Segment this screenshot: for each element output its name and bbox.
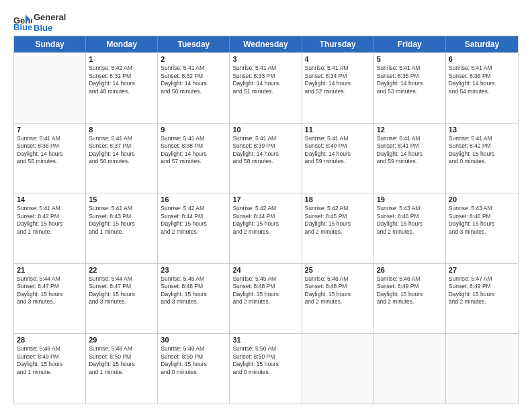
day-info: Sunrise: 5:41 AM Sunset: 8:38 PM Dayligh… bbox=[161, 135, 226, 166]
day-info: Sunrise: 5:41 AM Sunset: 8:36 PM Dayligh… bbox=[449, 64, 515, 95]
calendar-cell-1-1: 8Sunrise: 5:41 AM Sunset: 8:37 PM Daylig… bbox=[86, 124, 158, 193]
calendar-cell-3-2: 23Sunrise: 5:45 AM Sunset: 8:48 PM Dayli… bbox=[158, 264, 230, 334]
calendar-row-1: 7Sunrise: 5:41 AM Sunset: 8:36 PM Daylig… bbox=[14, 123, 518, 193]
calendar-cell-0-5: 5Sunrise: 5:41 AM Sunset: 8:35 PM Daylig… bbox=[374, 53, 446, 123]
day-number: 17 bbox=[232, 195, 298, 203]
day-number: 2 bbox=[161, 55, 226, 63]
calendar-cell-1-0: 7Sunrise: 5:41 AM Sunset: 8:36 PM Daylig… bbox=[14, 124, 86, 193]
calendar-cell-1-6: 13Sunrise: 5:41 AM Sunset: 8:42 PM Dayli… bbox=[446, 124, 518, 193]
day-number: 11 bbox=[305, 126, 371, 134]
weekday-header-monday: Monday bbox=[86, 36, 158, 52]
day-info: Sunrise: 5:41 AM Sunset: 8:32 PM Dayligh… bbox=[161, 64, 226, 95]
calendar-row-2: 14Sunrise: 5:41 AM Sunset: 8:42 PM Dayli… bbox=[14, 193, 518, 263]
calendar-cell-3-4: 25Sunrise: 5:46 AM Sunset: 8:48 PM Dayli… bbox=[302, 264, 374, 334]
calendar-cell-1-4: 11Sunrise: 5:41 AM Sunset: 8:40 PM Dayli… bbox=[302, 124, 374, 193]
day-number: 23 bbox=[161, 266, 226, 274]
calendar-row-3: 21Sunrise: 5:44 AM Sunset: 8:47 PM Dayli… bbox=[14, 263, 518, 334]
day-number: 30 bbox=[161, 336, 226, 344]
logo-icon: General Blue bbox=[13, 15, 32, 31]
calendar-cell-4-2: 30Sunrise: 5:49 AM Sunset: 8:50 PM Dayli… bbox=[158, 334, 230, 404]
day-info: Sunrise: 5:41 AM Sunset: 8:34 PM Dayligh… bbox=[305, 64, 371, 95]
day-info: Sunrise: 5:42 AM Sunset: 8:44 PM Dayligh… bbox=[232, 205, 298, 236]
day-info: Sunrise: 5:48 AM Sunset: 8:49 PM Dayligh… bbox=[17, 345, 83, 376]
day-number: 21 bbox=[17, 266, 83, 274]
calendar-cell-0-2: 2Sunrise: 5:41 AM Sunset: 8:32 PM Daylig… bbox=[158, 53, 230, 123]
calendar-cell-0-1: 1Sunrise: 5:42 AM Sunset: 8:31 PM Daylig… bbox=[86, 53, 158, 123]
day-number: 14 bbox=[17, 195, 83, 203]
day-info: Sunrise: 5:43 AM Sunset: 8:46 PM Dayligh… bbox=[377, 205, 443, 236]
logo-text: General Blue bbox=[34, 12, 66, 33]
day-info: Sunrise: 5:41 AM Sunset: 8:42 PM Dayligh… bbox=[449, 135, 515, 166]
calendar-row-4: 28Sunrise: 5:48 AM Sunset: 8:49 PM Dayli… bbox=[14, 333, 518, 404]
day-info: Sunrise: 5:41 AM Sunset: 8:42 PM Dayligh… bbox=[17, 205, 83, 236]
day-number: 4 bbox=[305, 55, 371, 63]
day-number: 18 bbox=[305, 195, 371, 203]
calendar-cell-4-3: 31Sunrise: 5:50 AM Sunset: 8:50 PM Dayli… bbox=[230, 334, 302, 404]
day-number: 22 bbox=[89, 266, 154, 274]
calendar-cell-4-1: 29Sunrise: 5:48 AM Sunset: 8:50 PM Dayli… bbox=[86, 334, 158, 404]
day-info: Sunrise: 5:45 AM Sunset: 8:48 PM Dayligh… bbox=[161, 275, 226, 306]
day-number: 5 bbox=[377, 55, 443, 63]
day-info: Sunrise: 5:43 AM Sunset: 8:46 PM Dayligh… bbox=[449, 205, 515, 236]
day-info: Sunrise: 5:50 AM Sunset: 8:50 PM Dayligh… bbox=[232, 345, 298, 376]
calendar-cell-2-0: 14Sunrise: 5:41 AM Sunset: 8:42 PM Dayli… bbox=[14, 193, 86, 263]
day-info: Sunrise: 5:41 AM Sunset: 8:33 PM Dayligh… bbox=[232, 64, 298, 95]
weekday-header-friday: Friday bbox=[374, 36, 446, 52]
calendar-cell-0-4: 4Sunrise: 5:41 AM Sunset: 8:34 PM Daylig… bbox=[302, 53, 374, 123]
day-number: 26 bbox=[377, 266, 443, 274]
day-number: 12 bbox=[377, 126, 443, 134]
day-number: 20 bbox=[449, 195, 515, 203]
day-number: 10 bbox=[232, 126, 298, 134]
calendar-cell-4-5 bbox=[374, 334, 446, 404]
day-info: Sunrise: 5:42 AM Sunset: 8:45 PM Dayligh… bbox=[305, 205, 371, 236]
day-info: Sunrise: 5:41 AM Sunset: 8:39 PM Dayligh… bbox=[232, 135, 298, 166]
day-info: Sunrise: 5:46 AM Sunset: 8:49 PM Dayligh… bbox=[377, 275, 443, 306]
day-number: 8 bbox=[89, 126, 154, 134]
day-number: 25 bbox=[305, 266, 371, 274]
day-info: Sunrise: 5:41 AM Sunset: 8:35 PM Dayligh… bbox=[377, 64, 443, 95]
day-info: Sunrise: 5:48 AM Sunset: 8:50 PM Dayligh… bbox=[89, 345, 154, 376]
day-number: 3 bbox=[232, 55, 298, 63]
day-info: Sunrise: 5:45 AM Sunset: 8:48 PM Dayligh… bbox=[232, 275, 298, 306]
calendar-cell-1-2: 9Sunrise: 5:41 AM Sunset: 8:38 PM Daylig… bbox=[158, 124, 230, 193]
day-info: Sunrise: 5:41 AM Sunset: 8:41 PM Dayligh… bbox=[377, 135, 443, 166]
day-info: Sunrise: 5:41 AM Sunset: 8:36 PM Dayligh… bbox=[17, 135, 83, 166]
day-number: 7 bbox=[17, 126, 83, 134]
calendar-cell-0-6: 6Sunrise: 5:41 AM Sunset: 8:36 PM Daylig… bbox=[446, 53, 518, 123]
calendar-cell-2-2: 16Sunrise: 5:42 AM Sunset: 8:44 PM Dayli… bbox=[158, 193, 230, 263]
page: General Blue General Blue SundayMondayTu… bbox=[0, 0, 532, 411]
calendar-cell-4-0: 28Sunrise: 5:48 AM Sunset: 8:49 PM Dayli… bbox=[14, 334, 86, 404]
day-number: 28 bbox=[17, 336, 83, 344]
day-info: Sunrise: 5:44 AM Sunset: 8:47 PM Dayligh… bbox=[89, 275, 154, 306]
weekday-header-saturday: Saturday bbox=[446, 36, 518, 52]
day-info: Sunrise: 5:44 AM Sunset: 8:47 PM Dayligh… bbox=[17, 275, 83, 306]
day-number: 24 bbox=[232, 266, 298, 274]
day-info: Sunrise: 5:46 AM Sunset: 8:48 PM Dayligh… bbox=[305, 275, 371, 306]
calendar-cell-2-3: 17Sunrise: 5:42 AM Sunset: 8:44 PM Dayli… bbox=[230, 193, 302, 263]
day-number: 16 bbox=[161, 195, 226, 203]
day-info: Sunrise: 5:42 AM Sunset: 8:31 PM Dayligh… bbox=[89, 64, 154, 95]
header: General Blue General Blue bbox=[13, 12, 519, 33]
weekday-header-thursday: Thursday bbox=[302, 36, 374, 52]
day-info: Sunrise: 5:41 AM Sunset: 8:40 PM Dayligh… bbox=[305, 135, 371, 166]
day-number: 13 bbox=[449, 126, 515, 134]
calendar-cell-3-3: 24Sunrise: 5:45 AM Sunset: 8:48 PM Dayli… bbox=[230, 264, 302, 334]
calendar-cell-3-5: 26Sunrise: 5:46 AM Sunset: 8:49 PM Dayli… bbox=[374, 264, 446, 334]
day-number: 6 bbox=[449, 55, 515, 63]
svg-text:Blue: Blue bbox=[13, 22, 32, 31]
calendar-cell-3-0: 21Sunrise: 5:44 AM Sunset: 8:47 PM Dayli… bbox=[14, 264, 86, 334]
day-number: 27 bbox=[449, 266, 515, 274]
calendar-cell-0-3: 3Sunrise: 5:41 AM Sunset: 8:33 PM Daylig… bbox=[230, 53, 302, 123]
day-number: 19 bbox=[377, 195, 443, 203]
day-number: 31 bbox=[232, 336, 298, 344]
calendar-cell-2-5: 19Sunrise: 5:43 AM Sunset: 8:46 PM Dayli… bbox=[374, 193, 446, 263]
calendar-cell-4-4 bbox=[302, 334, 374, 404]
logo: General Blue General Blue bbox=[13, 12, 66, 33]
day-info: Sunrise: 5:49 AM Sunset: 8:50 PM Dayligh… bbox=[161, 345, 226, 376]
day-info: Sunrise: 5:47 AM Sunset: 8:49 PM Dayligh… bbox=[449, 275, 515, 306]
calendar-header: SundayMondayTuesdayWednesdayThursdayFrid… bbox=[14, 36, 518, 52]
day-number: 15 bbox=[89, 195, 154, 203]
calendar-body: 1Sunrise: 5:42 AM Sunset: 8:31 PM Daylig… bbox=[14, 52, 518, 404]
calendar-cell-1-3: 10Sunrise: 5:41 AM Sunset: 8:39 PM Dayli… bbox=[230, 124, 302, 193]
day-info: Sunrise: 5:41 AM Sunset: 8:43 PM Dayligh… bbox=[89, 205, 154, 236]
